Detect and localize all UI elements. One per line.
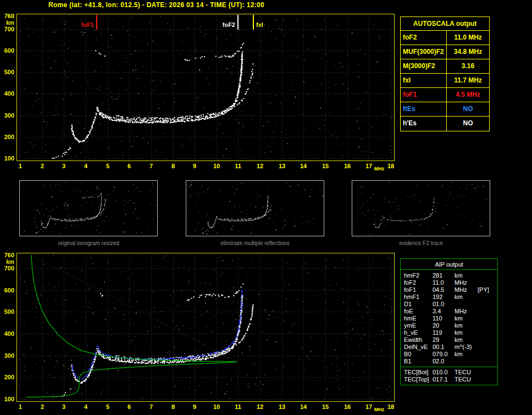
autoscala-table-title: AUTOSCALA output	[401, 17, 489, 31]
autoscala-row-foF1: foF14.5 MHz	[401, 88, 489, 102]
x-axis-label-16: 16	[342, 163, 353, 169]
autoscala-param-label: M(3000)F2	[401, 59, 447, 73]
autoscala-param-value: 11.0 MHz	[447, 31, 489, 45]
thumbnail-original-ionogram	[19, 180, 158, 236]
x-axis-label-12: 12	[254, 163, 265, 169]
x-axis-label-13: 13	[276, 403, 287, 410]
ionogram-plot	[16, 14, 395, 161]
aip-param-label: hmE	[401, 315, 433, 322]
aip-param-extra	[478, 279, 497, 286]
profile-ionogram-plot	[16, 253, 395, 402]
marker-label-foF1: foF1	[74, 21, 94, 28]
y-axis-unit-label: km	[0, 259, 14, 265]
aip-row-B1: B102.0	[401, 358, 497, 365]
x-axis-label-5: 5	[102, 403, 113, 410]
aip-param-value: 110	[433, 315, 455, 322]
x-axis-label-4: 4	[80, 163, 91, 169]
y-axis-label-500: 500	[0, 69, 14, 75]
autoscala-param-value: 3.16	[447, 59, 489, 73]
aip-row-hmF1: hmF1192km	[401, 294, 497, 301]
aip-param-extra	[478, 329, 497, 336]
aip-param-extra	[478, 272, 497, 279]
y-axis-label-400: 400	[0, 330, 14, 337]
y-axis-label-760: 760	[0, 252, 14, 258]
aip-param-label: TEC[Bot]	[401, 369, 433, 376]
x-axis-label-9: 9	[189, 163, 200, 169]
aip-row-DelN_vE: DelN_vE00.1m^(-3)	[401, 344, 497, 351]
aip-param-value: 01.0	[433, 301, 455, 308]
aip-param-value: 11.0	[433, 279, 455, 286]
profile-ionogram-canvas	[17, 253, 394, 401]
y-axis-label-600: 600	[0, 287, 14, 294]
aip-param-label: B1	[401, 358, 433, 365]
aip-param-label: hmF2	[401, 272, 433, 279]
aip-param-unit: km	[455, 315, 478, 322]
aip-param-label: h_vE	[401, 329, 433, 336]
aip-param-extra	[478, 294, 497, 301]
aip-param-label: ymE	[401, 322, 433, 329]
x-axis-label-11: 11	[232, 163, 243, 169]
autoscala-output-table: AUTOSCALA output foF211.0 MHzMUF(3000)F2…	[400, 16, 490, 131]
y-axis-label-100: 100	[0, 155, 14, 162]
x-axis-label-11: 11	[232, 403, 243, 410]
x-axis-label-18: 18	[385, 163, 396, 169]
x-axis-label-8: 8	[168, 163, 179, 169]
autoscala-param-label: MUF(3000)F2	[401, 45, 447, 59]
aip-param-label: foE	[401, 308, 433, 315]
x-axis-label-1: 1	[15, 403, 26, 410]
aip-tec-row-TEC[Bot]: TEC[Bot]010.0TECU	[401, 369, 497, 376]
aip-param-value: 192	[433, 294, 455, 301]
aip-output-table: AIP output hmF2281kmfoF211.0MHzfoF104.5M…	[400, 258, 498, 385]
autoscala-row-fxI: fxI11.7 MHz	[401, 74, 489, 88]
aip-param-unit: MHz	[455, 308, 478, 315]
aip-param-extra	[478, 376, 497, 383]
autoscala-param-value: 11.7 MHz	[447, 74, 489, 87]
y-axis-label-500: 500	[0, 308, 14, 315]
thumbnail-eliminate-multiples	[186, 180, 324, 236]
thumbnail-eliminate-canvas	[186, 181, 324, 236]
aip-param-value: 20	[433, 322, 455, 329]
aip-param-label: TEC[Top]	[401, 376, 433, 383]
aip-param-unit	[455, 301, 478, 308]
autoscala-param-label: foF2	[401, 31, 447, 45]
aip-row-ymE: ymE20km	[401, 322, 497, 329]
aip-param-value: 3.4	[433, 308, 455, 315]
autoscala-row-ftEs: ftEsNO	[401, 102, 489, 117]
x-axis-label-8: 8	[168, 403, 179, 410]
aip-tec-rows: TEC[Bot]010.0TECUTEC[Top]017.1TECU	[401, 367, 497, 385]
aip-param-unit: MHz	[455, 279, 478, 286]
aip-row-foF2: foF211.0MHz	[401, 279, 497, 286]
aip-param-unit: km	[455, 351, 478, 358]
aip-row-hmE: hmE110km	[401, 315, 497, 322]
aip-row-D1: D101.0	[401, 301, 497, 308]
aip-tec-row-TEC[Top]: TEC[Top]017.1TECU	[401, 376, 497, 383]
aip-row-Ewidth: Ewidth29km	[401, 336, 497, 344]
aip-param-value: 079.0	[433, 351, 455, 358]
aip-param-label: B0	[401, 351, 433, 358]
thumbnail-original-canvas	[20, 181, 157, 236]
autoscala-row-MUF(3000)F2: MUF(3000)F234.8 MHz	[401, 45, 489, 59]
thumbnail-caption-evidence: evidence F2 trace	[352, 240, 490, 246]
aip-param-value: 281	[433, 272, 455, 279]
autoscala-row-foF2: foF211.0 MHz	[401, 31, 489, 45]
aip-row-B0: B0079.0km	[401, 351, 497, 358]
autoscala-param-value: NO	[447, 102, 489, 116]
aip-param-value: 02.0	[433, 358, 455, 365]
y-axis-label-200: 200	[0, 134, 14, 140]
autoscala-param-value: NO	[447, 117, 489, 131]
x-axis-label-2: 2	[37, 163, 48, 169]
y-axis-label-100: 100	[0, 396, 14, 402]
aip-param-label: Ewidth	[401, 336, 433, 344]
aip-param-label: DelN_vE	[401, 344, 433, 351]
ionogram-canvas	[17, 14, 394, 161]
station-date-header: Rome (lat: +41.8, lon: 012.5) - DATE: 20…	[48, 1, 264, 9]
aip-param-label: foF2	[401, 279, 433, 286]
x-axis-label-2: 2	[37, 403, 48, 410]
aip-param-label: D1	[401, 301, 433, 308]
x-axis-unit-label: MHz	[372, 407, 386, 412]
aip-param-extra: [PY]	[478, 286, 497, 294]
x-axis-label-12: 12	[254, 403, 265, 410]
aip-param-value: 017.1	[433, 376, 455, 383]
x-axis-label-15: 15	[320, 403, 331, 410]
autoscala-param-value: 4.5 MHz	[447, 88, 489, 102]
